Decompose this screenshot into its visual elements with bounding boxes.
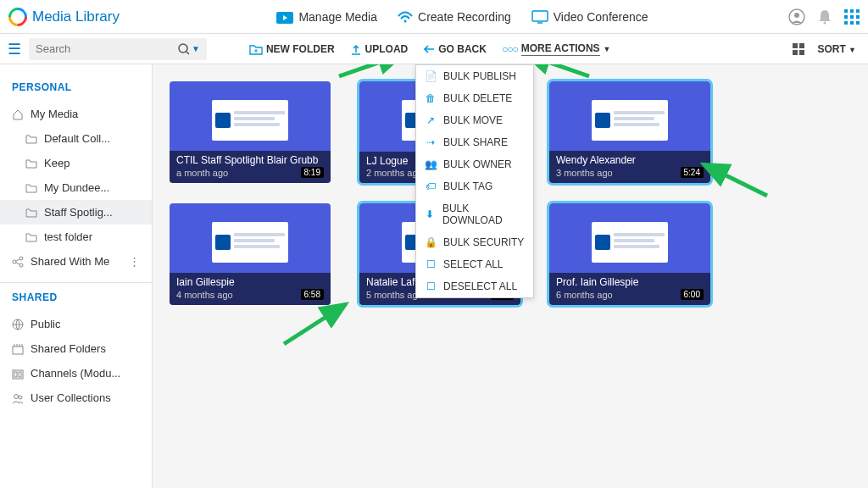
sidebar-folder-item[interactable]: My Dundee... — [0, 175, 152, 200]
dropdown-item-icon: 🔒 — [425, 236, 437, 248]
shared-item-icon — [12, 343, 24, 355]
svg-rect-24 — [793, 50, 798, 55]
svg-point-27 — [19, 257, 23, 260]
dropdown-item-label: BULK OWNER — [443, 158, 512, 170]
nav-video-conference[interactable]: Video Conference — [531, 10, 648, 24]
ellipsis-icon[interactable]: ⋮ — [129, 255, 140, 268]
svg-rect-13 — [856, 15, 860, 19]
dropdown-item[interactable]: 👥BULK OWNER — [416, 153, 533, 175]
card-time: 6 months ago — [556, 290, 613, 300]
svg-rect-23 — [799, 43, 804, 48]
bell-icon[interactable] — [817, 8, 832, 25]
media-card[interactable]: Wendy Alexander3 months ago5:24 — [549, 81, 710, 183]
dropdown-item[interactable]: ⇢BULK SHARE — [416, 131, 533, 153]
dropdown-item-icon: 📄 — [425, 70, 437, 82]
sidebar-item-label: Keep — [44, 157, 70, 169]
sidebar-shared-head: SHARED — [0, 291, 152, 312]
nav-manage-media[interactable]: Manage Media — [276, 10, 377, 24]
card-overlay: Wendy Alexander3 months ago5:24 — [549, 151, 710, 183]
content-area: CTIL Staff Spotlight Blair Grubba month … — [153, 64, 868, 488]
toolbar-actions: NEW FOLDER UPLOAD GO BACK ○○○ MORE ACTIO… — [249, 42, 611, 56]
dropdown-item[interactable]: ☐SELECT ALL — [416, 253, 533, 275]
top-nav-right — [788, 8, 860, 25]
brand-title: Media Library — [32, 8, 120, 25]
go-back-button[interactable]: GO BACK — [423, 43, 487, 55]
sidebar-item-label: Public — [31, 318, 60, 330]
nav-label: Manage Media — [298, 10, 377, 24]
sidebar-shared-item[interactable]: User Collections — [0, 385, 152, 410]
caret-down-icon: ▼ — [849, 46, 856, 54]
arrow-left-icon — [423, 44, 435, 54]
more-actions-button[interactable]: ○○○ MORE ACTIONS ▼ — [502, 42, 611, 56]
dropdown-item-label: BULK MOVE — [443, 114, 503, 126]
dropdown-item[interactable]: ⬇BULK DOWNLOAD — [416, 197, 533, 231]
media-card[interactable]: Iain Gillespie4 months ago6:58 — [170, 203, 331, 305]
svg-point-42 — [19, 396, 22, 399]
media-card[interactable]: Prof. Iain Gillespie6 months ago6:00 — [549, 203, 710, 305]
thumb-badge-icon — [215, 235, 231, 250]
card-title: CTIL Staff Spotlight Blair Grubb — [176, 154, 324, 166]
caret-down-icon: ▼ — [604, 45, 611, 53]
svg-line-44 — [339, 64, 403, 76]
media-card[interactable]: CTIL Staff Spotlight Blair Grubba month … — [170, 81, 331, 183]
user-circle-icon[interactable] — [788, 8, 805, 25]
apps-grid-icon[interactable] — [844, 9, 860, 25]
upload-button[interactable]: UPLOAD — [350, 43, 409, 55]
card-overlay: CTIL Staff Spotlight Blair Grubba month … — [170, 151, 331, 183]
sidebar-folder-item[interactable]: Keep — [0, 151, 152, 175]
view-grid-icon[interactable] — [792, 42, 805, 56]
sidebar-my-media[interactable]: My Media — [0, 102, 152, 126]
svg-rect-9 — [850, 9, 854, 13]
sidebar-shared-with-me[interactable]: Shared With Me ⋮ — [0, 249, 152, 274]
tb-label: SORT — [817, 43, 845, 55]
dropdown-item[interactable]: 📄BULK PUBLISH — [416, 65, 533, 87]
svg-point-28 — [19, 263, 23, 267]
sidebar-shared-item[interactable]: Channels (Modu... — [0, 361, 152, 385]
toolbar-right: SORT ▼ — [792, 42, 856, 56]
dropdown-item-icon: ⇢ — [425, 136, 437, 148]
search-input[interactable] — [36, 42, 178, 55]
search-icon[interactable] — [178, 43, 190, 55]
thumbnail — [592, 222, 668, 263]
dropdown-item[interactable]: 🗑BULK DELETE — [416, 87, 533, 109]
svg-point-17 — [179, 44, 187, 53]
dropdown-item-icon: 🗑 — [425, 92, 437, 104]
nav-create-recording[interactable]: Create Recording — [398, 10, 511, 24]
dropdown-item-icon: ↗ — [425, 114, 437, 126]
card-time: a month ago — [176, 168, 228, 178]
sidebar-shared-item[interactable]: Public — [0, 312, 152, 336]
folder-icon — [25, 183, 37, 193]
share-icon — [12, 256, 24, 268]
sidebar-item-label: Default Coll... — [44, 132, 110, 145]
svg-point-26 — [13, 260, 16, 263]
search-caret-icon[interactable]: ▼ — [192, 44, 200, 53]
dropdown-item-label: DESELECT ALL — [443, 280, 517, 292]
svg-point-41 — [14, 394, 19, 398]
nav-label: Create Recording — [418, 10, 511, 24]
dropdown-item-label: BULK DOWNLOAD — [442, 202, 525, 226]
home-icon — [12, 108, 24, 120]
svg-point-2 — [404, 19, 407, 22]
dropdown-item[interactable]: 🔒BULK SECURITY — [416, 231, 533, 253]
dropdown-item[interactable]: ☐DESELECT ALL — [416, 275, 533, 297]
thumbnail — [592, 100, 668, 141]
svg-rect-15 — [850, 21, 854, 25]
dropdown-item[interactable]: ↗BULK MOVE — [416, 109, 533, 131]
dropdown-item[interactable]: 🏷BULK TAG — [416, 175, 533, 197]
sidebar-shared-item[interactable]: Shared Folders — [0, 336, 152, 361]
sort-button[interactable]: SORT ▼ — [817, 43, 856, 55]
svg-rect-39 — [14, 372, 17, 377]
brand-logo[interactable]: Media Library — [8, 8, 120, 26]
svg-rect-40 — [19, 372, 21, 377]
dropdown-item-icon: ☐ — [425, 280, 437, 292]
thumbnail — [212, 222, 288, 263]
sidebar-folder-item[interactable]: test folder — [0, 225, 152, 249]
svg-rect-25 — [799, 50, 804, 55]
hamburger-icon[interactable]: ☰ — [0, 40, 29, 58]
sidebar-folder-item[interactable]: Default Coll... — [0, 126, 152, 151]
main-area: PERSONAL My Media Default Coll...KeepMy … — [0, 64, 868, 488]
card-title: Iain Gillespie — [176, 276, 324, 288]
top-nav: Media Library Manage Media Create Record… — [0, 0, 868, 34]
sidebar-folder-item[interactable]: Staff Spotlig... — [0, 200, 152, 225]
new-folder-button[interactable]: NEW FOLDER — [249, 43, 335, 55]
